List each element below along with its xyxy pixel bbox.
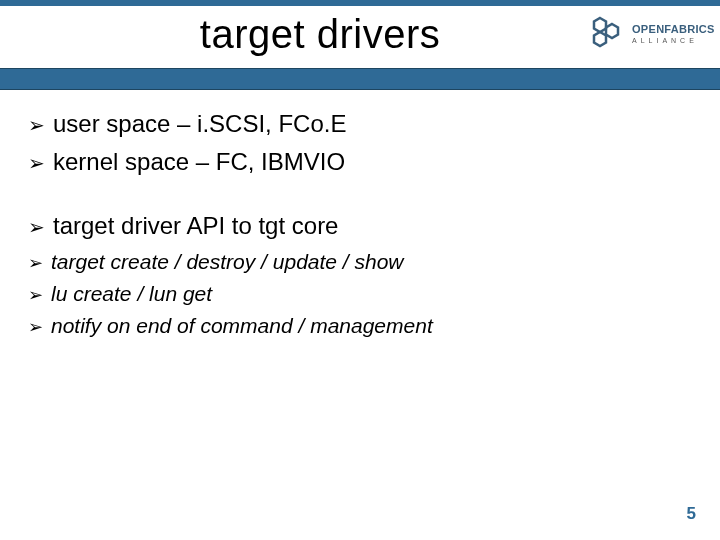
logo-text: OPENFABRICS ALLIANCE: [632, 24, 715, 44]
svg-marker-0: [594, 18, 606, 32]
list-item: ➢ target driver API to tgt core: [28, 212, 692, 242]
header-bar: [0, 68, 720, 90]
list-item: ➢ kernel space – FC, IBMVIO: [28, 148, 692, 178]
bullet-arrow-icon: ➢: [28, 212, 45, 242]
bullet-arrow-icon: ➢: [28, 314, 43, 340]
hexagon-cluster-icon: [586, 14, 626, 54]
list-item: ➢ target create / destroy / update / sho…: [28, 250, 692, 276]
bullet-arrow-icon: ➢: [28, 110, 45, 140]
bullet-list: ➢ user space – i.SCSI, FCo.E ➢ kernel sp…: [28, 110, 692, 178]
svg-marker-1: [606, 24, 618, 38]
bullet-arrow-icon: ➢: [28, 148, 45, 178]
bullet-arrow-icon: ➢: [28, 282, 43, 308]
slide: target drivers OPENFABRICS ALLIANCE ➢ us…: [0, 0, 720, 540]
bullet-list: ➢ target driver API to tgt core: [28, 212, 692, 242]
logo-subline: ALLIANCE: [632, 37, 715, 44]
page-number: 5: [687, 504, 696, 524]
bullet-arrow-icon: ➢: [28, 250, 43, 276]
svg-marker-2: [594, 32, 606, 46]
list-item: ➢ notify on end of command / management: [28, 314, 692, 340]
list-item-text: notify on end of command / management: [51, 314, 433, 338]
list-item: ➢ user space – i.SCSI, FCo.E: [28, 110, 692, 140]
list-item-text: user space – i.SCSI, FCo.E: [53, 110, 346, 138]
list-item: ➢ lu create / lun get: [28, 282, 692, 308]
list-item-text: target create / destroy / update / show: [51, 250, 404, 274]
logo-brand: OPENFABRICS: [632, 24, 715, 35]
sub-bullet-list: ➢ target create / destroy / update / sho…: [28, 250, 692, 340]
openfabrics-logo: OPENFABRICS ALLIANCE: [586, 8, 706, 60]
top-accent-bar: [0, 0, 720, 6]
content-area: ➢ user space – i.SCSI, FCo.E ➢ kernel sp…: [28, 110, 692, 346]
list-item-text: lu create / lun get: [51, 282, 212, 306]
slide-title-text: target drivers: [200, 12, 440, 56]
list-item-text: kernel space – FC, IBMVIO: [53, 148, 345, 176]
list-item-text: target driver API to tgt core: [53, 212, 338, 240]
spacer: [28, 186, 692, 212]
